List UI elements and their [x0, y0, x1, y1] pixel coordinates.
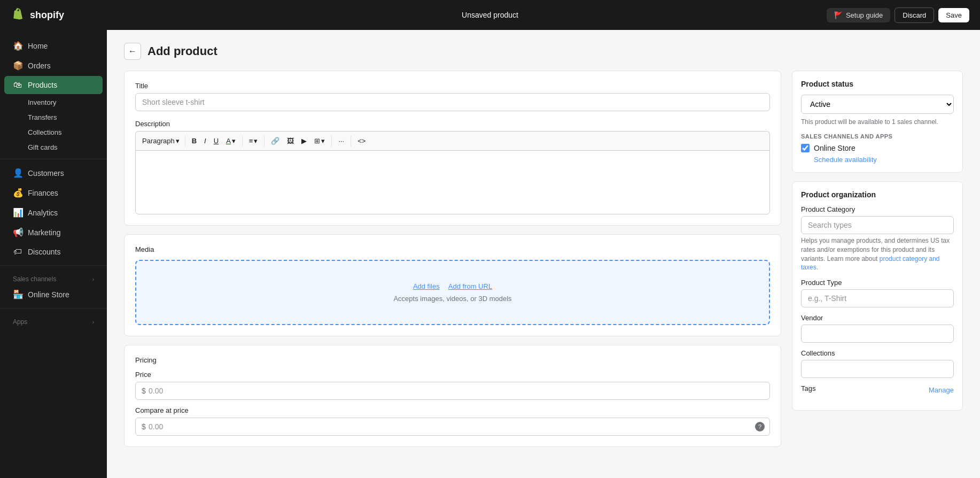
align-button[interactable]: ≡ ▾	[246, 135, 261, 147]
category-input[interactable]	[801, 216, 954, 234]
schedule-availability-link[interactable]: Schedule availability	[801, 156, 954, 164]
sidebar-label-home: Home	[28, 42, 48, 50]
orders-icon: 📦	[13, 60, 22, 71]
color-chevron-icon: ▾	[232, 137, 236, 145]
sidebar-sub-collections[interactable]: Collections	[4, 125, 103, 140]
collections-input[interactable]	[801, 360, 954, 378]
toolbar-sep-3	[264, 136, 265, 147]
page-title-topbar: Unsaved product	[462, 11, 518, 19]
product-org-card: Product organization Product Category He…	[792, 181, 963, 411]
apps-chevron-icon: ›	[92, 319, 94, 325]
pricing-title: Pricing	[135, 356, 770, 364]
home-icon: 🏠	[13, 41, 22, 51]
link-button[interactable]: 🔗	[268, 135, 283, 147]
sidebar-item-online-store[interactable]: 🏪 Online Store	[4, 285, 103, 304]
title-input[interactable]	[135, 93, 770, 111]
editor-toolbar: Paragraph ▾ B I U A ▾ ≡	[135, 131, 770, 150]
description-editor[interactable]	[135, 150, 770, 214]
toolbar-sep-5	[351, 136, 351, 147]
vendor-field: Vendor	[801, 314, 954, 343]
text-color-button[interactable]: A ▾	[223, 135, 239, 147]
marketing-icon: 📢	[13, 227, 22, 237]
page-title: Add product	[147, 44, 217, 58]
image-button[interactable]: 🖼	[284, 135, 297, 147]
back-button[interactable]: ←	[124, 43, 141, 60]
add-files-button[interactable]: Add files	[413, 282, 440, 290]
right-column: Product status Active Draft This product…	[792, 71, 963, 456]
manage-tags-link[interactable]: Manage	[929, 386, 954, 394]
discounts-icon: 🏷	[13, 247, 22, 257]
online-store-icon: 🏪	[13, 289, 22, 299]
sidebar-item-marketing[interactable]: 📢 Marketing	[4, 223, 103, 242]
sidebar-label-orders: Orders	[28, 61, 51, 70]
add-from-url-button[interactable]: Add from URL	[448, 282, 492, 290]
code-button[interactable]: <>	[354, 135, 369, 147]
sidebar-label-transfers: Transfers	[28, 113, 57, 121]
underline-button[interactable]: U	[211, 135, 222, 147]
sidebar-item-customers[interactable]: 👤 Customers	[4, 164, 103, 182]
media-actions: Add files Add from URL	[158, 282, 748, 290]
italic-button[interactable]: I	[201, 135, 209, 147]
product-org-title: Product organization	[801, 190, 954, 199]
sidebar-item-orders[interactable]: 📦 Orders	[4, 56, 103, 75]
sidebar-sub-gift-cards[interactable]: Gift cards	[4, 140, 103, 155]
vendor-input[interactable]	[801, 325, 954, 343]
compare-input[interactable]	[135, 418, 770, 436]
sidebar-label-discounts: Discounts	[28, 248, 60, 256]
sidebar-item-analytics[interactable]: 📊 Analytics	[4, 203, 103, 222]
sales-channels-section[interactable]: Sales channels ›	[0, 270, 107, 285]
sidebar-sub-transfers[interactable]: Transfers	[4, 110, 103, 125]
sidebar-label-online-store: Online Store	[28, 290, 69, 299]
category-label: Product Category	[801, 205, 954, 213]
finances-icon: 💰	[13, 188, 22, 198]
sales-channels-label: SALES CHANNELS AND APPS	[801, 133, 954, 140]
flag-icon: 🚩	[834, 11, 843, 19]
online-store-checkbox[interactable]	[801, 144, 810, 152]
title-label: Title	[135, 82, 770, 90]
setup-guide-button[interactable]: 🚩 Setup guide	[827, 8, 890, 22]
paragraph-select[interactable]: Paragraph ▾	[140, 135, 182, 147]
shopify-logo: shopify	[11, 7, 64, 22]
sidebar-sub-inventory[interactable]: Inventory	[4, 95, 103, 110]
apps-label: Apps	[13, 318, 27, 326]
online-store-checkbox-item: Online Store	[801, 144, 954, 152]
video-button[interactable]: ▶	[298, 135, 310, 147]
sidebar-item-discounts[interactable]: 🏷 Discounts	[4, 243, 103, 261]
price-prefix: $	[142, 387, 146, 395]
status-select[interactable]: Active Draft	[801, 95, 954, 114]
customers-icon: 👤	[13, 168, 22, 178]
sidebar: 🏠 Home 📦 Orders 🛍 Products Inventory Tra…	[0, 30, 107, 478]
save-button[interactable]: Save	[938, 8, 969, 22]
price-input[interactable]	[135, 382, 770, 400]
align-chevron-icon: ▾	[254, 137, 258, 145]
sidebar-item-home[interactable]: 🏠 Home	[4, 36, 103, 55]
compare-help-icon[interactable]: ?	[755, 422, 765, 431]
sales-channels-label: Sales channels	[13, 275, 56, 283]
apps-section[interactable]: Apps ›	[0, 313, 107, 328]
paragraph-dropdown-icon: ▾	[176, 137, 180, 145]
description-label: Description	[135, 120, 770, 128]
sidebar-label-finances: Finances	[28, 189, 58, 197]
topbar: shopify Unsaved product 🚩 Setup guide Di…	[0, 0, 980, 30]
sidebar-label-analytics: Analytics	[28, 209, 58, 217]
product-type-input[interactable]	[801, 289, 954, 307]
media-drop-hint: Accepts images, videos, or 3D models	[158, 295, 748, 303]
sidebar-item-finances[interactable]: 💰 Finances	[4, 183, 103, 202]
price-label: Price	[135, 371, 770, 379]
table-button[interactable]: ⊞ ▾	[311, 135, 328, 147]
content-grid: Title Description Paragraph ▾ B I U A	[124, 71, 963, 456]
page-header: ← Add product	[124, 43, 963, 60]
topbar-actions: 🚩 Setup guide Discard Save	[827, 7, 969, 23]
tags-label: Tags	[801, 384, 815, 392]
product-type-label: Product Type	[801, 279, 954, 287]
discard-button[interactable]: Discard	[895, 7, 934, 23]
media-card: Media Add files Add from URL Accepts ima…	[124, 234, 781, 336]
collections-field: Collections	[801, 349, 954, 378]
media-drop-zone[interactable]: Add files Add from URL Accepts images, v…	[135, 260, 770, 325]
more-button[interactable]: ···	[335, 135, 347, 147]
product-status-card: Product status Active Draft This product…	[792, 71, 963, 173]
bold-button[interactable]: B	[189, 135, 200, 147]
main-content: ← Add product Title Description Paragrap…	[107, 30, 980, 478]
compare-label: Compare at price	[135, 406, 770, 414]
sidebar-item-products[interactable]: 🛍 Products	[4, 76, 103, 94]
